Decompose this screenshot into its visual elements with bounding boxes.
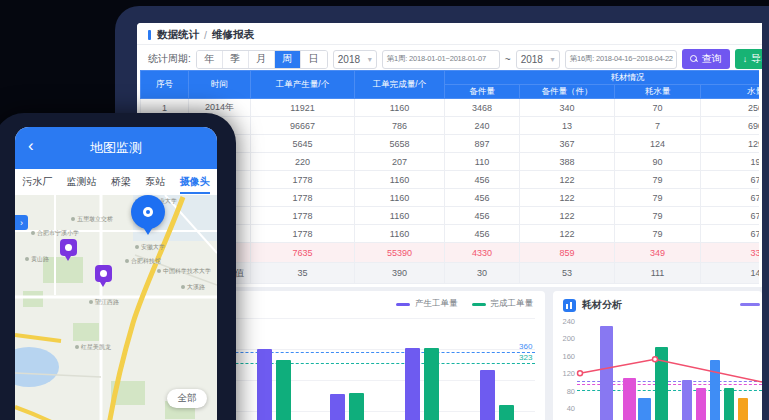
selected-pin-tail (143, 227, 153, 235)
expand-panel-button[interactable]: › (15, 215, 28, 230)
consumables-bar-chart[interactable]: 2402001601208040 (553, 291, 762, 420)
app-tab-bar: 污水厂监测站桥梁泵站摄像头 (15, 169, 217, 195)
table-cell: 1160 (355, 99, 445, 117)
end-year-select[interactable]: 2018 ▾ (516, 50, 560, 69)
period-option-日[interactable]: 日 (301, 51, 327, 68)
camera-pin[interactable] (60, 239, 77, 256)
table-cell: 456 (445, 171, 520, 189)
period-segmented-control: 年季月周日 (196, 50, 328, 69)
table-cell: 79 (615, 171, 701, 189)
period-option-年[interactable]: 年 (197, 51, 223, 68)
table-cell: 456 (445, 189, 520, 207)
bar-产生工单量-2 (405, 348, 420, 420)
export-excel-button[interactable]: ↓ 导出Excel (735, 49, 762, 69)
table-cell: 122 (520, 225, 615, 243)
filter-bar: 统计周期: 年季月周日 2018 ▾ 第1周: 2018-01-01~2018-… (148, 49, 762, 69)
map-label: 红星美凯龙 (75, 343, 111, 352)
table-cell: 90 (615, 153, 701, 171)
table-cell: 124 (615, 135, 701, 153)
period-option-月[interactable]: 月 (249, 51, 275, 68)
table-cell: 79 (615, 225, 701, 243)
divider (137, 44, 762, 45)
range-separator: ~ (505, 54, 511, 65)
col-completed: 工单完成量/个 (355, 71, 445, 99)
table-cell: 456 (445, 225, 520, 243)
back-chevron-icon[interactable]: ‹ (28, 137, 34, 154)
table-cell: 14 (701, 263, 760, 284)
table-cell: 111 (615, 263, 701, 284)
search-button-label: 查询 (702, 52, 722, 66)
bar-产生工单量-3 (480, 370, 495, 420)
table-cell: 1160 (355, 189, 445, 207)
map-view[interactable]: 安徽农业大学五里墩立交桥合肥市宁溪小学安徽大学合肥科技馆黄山路中国科学技术大学大… (15, 195, 217, 420)
start-week-input[interactable]: 第1周: 2018-01-01~2018-01-07 (382, 50, 500, 69)
table-cell: 388 (520, 153, 615, 171)
breadcrumb-page: 维修报表 (212, 28, 254, 42)
table-cell: 110 (445, 153, 520, 171)
table-cell: 220 (251, 153, 355, 171)
breadcrumb-section[interactable]: 数据统计 (157, 28, 199, 42)
magnifier-icon (690, 55, 698, 63)
table-cell: 19 (701, 153, 760, 171)
table-cell: 1778 (251, 207, 355, 225)
search-button[interactable]: 查询 (682, 49, 730, 69)
breadcrumb-separator: / (204, 29, 207, 41)
caret-down-icon: ▾ (551, 55, 555, 64)
end-week-value: 第16周: 2018-04-16~2018-04-22 (570, 54, 673, 64)
end-week-input[interactable]: 第16周: 2018-04-16~2018-04-22 (565, 50, 677, 69)
col-sub-1: 备件量（件） (520, 85, 615, 99)
table-cell: 250 (701, 99, 760, 117)
map-label: 中国科学技术大学 (157, 267, 211, 276)
show-all-button[interactable]: 全部 (167, 389, 207, 408)
bar-完成工单量-1 (349, 393, 364, 420)
table-cell: 4330 (445, 243, 520, 263)
app-tab-污水厂[interactable]: 污水厂 (22, 171, 52, 194)
table-cell: 1778 (251, 189, 355, 207)
app-tab-监测站[interactable]: 监测站 (67, 171, 97, 194)
table-cell: 13 (520, 117, 615, 135)
map-label: 合肥市宁溪小学 (31, 229, 79, 238)
table-cell: 67 (701, 171, 760, 189)
stage: 数据统计 / 维修报表 统计周期: 年季月周日 2018 ▾ 第1周: 2018… (0, 0, 769, 420)
table-cell: 367 (520, 135, 615, 153)
phone-screen: ‹ 地图监测 污水厂监测站桥梁泵站摄像头 (15, 127, 217, 420)
map-label: 黄山路 (25, 255, 49, 264)
map-label: 合肥科技馆 (125, 257, 161, 266)
table-cell: 33 (701, 243, 760, 263)
app-tab-泵站[interactable]: 泵站 (145, 171, 165, 194)
period-option-周[interactable]: 周 (275, 51, 301, 68)
app-tab-摄像头[interactable]: 摄像头 (180, 171, 210, 194)
bar-完成工单量-0 (276, 360, 291, 420)
app-header: ‹ 地图监测 (15, 127, 217, 169)
col-sub-0: 备件量 (445, 85, 520, 99)
table-cell: 30 (445, 263, 520, 284)
bar-完成工单量-3 (499, 405, 514, 420)
caret-down-icon: ▾ (368, 55, 372, 64)
map-label: 五里墩立交桥 (71, 215, 113, 224)
table-cell: 786 (355, 117, 445, 135)
app-tab-桥梁[interactable]: 桥梁 (111, 171, 131, 194)
table-cell: 390 (355, 263, 445, 284)
table-cell: 79 (615, 189, 701, 207)
reference-line-label: 323 (519, 353, 532, 362)
download-icon: ↓ (743, 55, 748, 64)
table-cell: 1160 (355, 171, 445, 189)
table-cell: 859 (520, 243, 615, 263)
period-label: 统计周期: (148, 52, 191, 66)
table-cell: 129 (701, 135, 760, 153)
period-option-季[interactable]: 季 (223, 51, 249, 68)
table-cell: 5658 (355, 135, 445, 153)
map-label: 安徽大学 (135, 243, 165, 252)
start-year-select[interactable]: 2018 ▾ (333, 50, 377, 69)
table-cell: 690 (701, 117, 760, 135)
camera-pin[interactable] (95, 265, 112, 282)
col-group-consumables: 耗材情况 (445, 71, 760, 85)
table-cell: 456 (445, 207, 520, 225)
selected-camera-pin[interactable] (131, 195, 165, 229)
col-created: 工单产生量/个 (251, 71, 355, 99)
map-label: 大溪路 (181, 283, 205, 292)
col-sub-2: 耗水量 (615, 85, 701, 99)
table-cell: 207 (355, 153, 445, 171)
bar-完成工单量-2 (424, 348, 439, 420)
start-year-value: 2018 (338, 54, 360, 65)
